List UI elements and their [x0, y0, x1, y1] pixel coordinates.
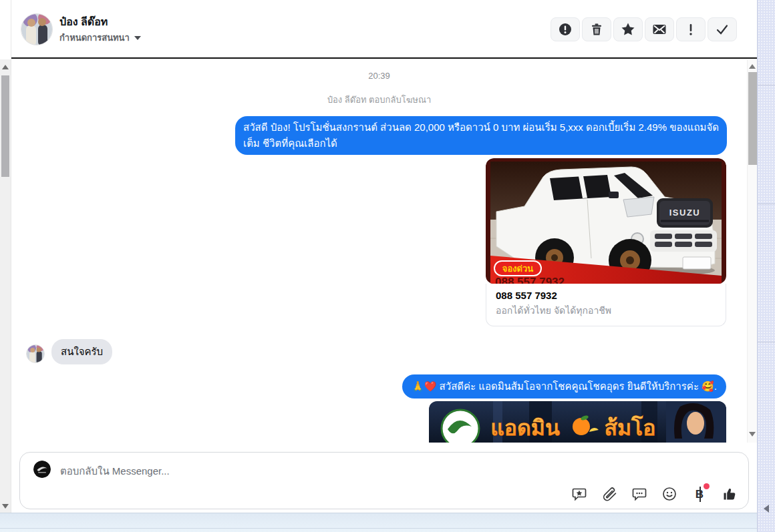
scroll-up-arrow-icon[interactable]	[2, 65, 9, 69]
conversation-header: ป๋อง ลีด๊อท กำหนดการสนทนา	[11, 0, 757, 59]
reply-composer[interactable]: ตอบกลับใน Messenger...	[19, 452, 749, 509]
admin-banner-image[interactable]: แอดมิน ส้มโอ	[429, 401, 726, 443]
delete-button[interactable]	[582, 17, 611, 41]
conversation-menu-label: กำหนดการสนทนา	[59, 31, 130, 45]
comment-icon	[631, 486, 647, 502]
card-phone-number: 088 557 7932	[496, 290, 716, 301]
saved-replies-button[interactable]	[571, 486, 587, 502]
follow-up-button[interactable]	[613, 17, 643, 41]
comment-button[interactable]	[631, 486, 647, 502]
star-icon	[621, 22, 635, 37]
chat-scrollbar-thumb[interactable]	[748, 72, 757, 165]
page-logo	[33, 461, 51, 478]
chat-scrollbar[interactable]	[747, 59, 757, 443]
contact-avatar[interactable]	[21, 13, 53, 45]
done-icon	[715, 22, 730, 37]
incoming-message-row: สนใจครับ	[26, 339, 112, 364]
important-icon	[684, 22, 698, 37]
contact-avatar-photo	[21, 14, 53, 45]
card-caption: ออกได้ทั่วไทย จัดได้ทุกอาชีพ	[496, 303, 716, 318]
incoming-message-bubble: สนใจครับ	[51, 339, 112, 364]
message-list: 20:39 ป๋อง ลีด๊อท ตอบกลับโฆษณา สวัสดี ป๋…	[11, 59, 758, 443]
chat-panel: ป๋อง ลีด๊อท กำหนดการสนทนา	[11, 0, 757, 513]
image-phone-text: 088 557 7932	[495, 276, 565, 284]
car-ad-image[interactable]: ISUZU	[486, 158, 726, 284]
outgoing-message-bubble: สวัสดี ป๋อง! โปรโมชั่นสงกรานต์ ส่วนลด 20…	[235, 116, 727, 155]
divider	[0, 528, 757, 529]
divider	[758, 204, 775, 204]
car-brand-text: ISUZU	[669, 208, 701, 218]
emoji-icon	[661, 486, 677, 502]
orange-fruit-icon	[573, 418, 590, 435]
mark-important-button[interactable]	[676, 17, 706, 41]
report-icon	[559, 23, 572, 36]
attachment-icon	[601, 486, 617, 502]
ad-reply-context: ป๋อง ลีด๊อท ตอบกลับโฆษณา	[11, 93, 747, 107]
banner-text-left: แอดมิน	[490, 416, 560, 440]
screen: ป๋อง ลีด๊อท กำหนดการสนทนา	[0, 0, 775, 532]
page-avatar	[33, 461, 51, 478]
scroll-left-arrow-icon[interactable]	[764, 505, 769, 513]
attach-file-button[interactable]	[601, 486, 617, 502]
message-input[interactable]: ตอบกลับใน Messenger...	[60, 463, 170, 479]
mark-done-button[interactable]	[708, 17, 737, 41]
admin-banner-graphic: แอดมิน ส้มโอ	[429, 401, 726, 443]
report-button[interactable]	[551, 17, 580, 41]
payment-button[interactable]: B	[691, 486, 708, 502]
thumbs-up-icon	[722, 485, 738, 503]
notification-dot	[704, 483, 710, 489]
scroll-up-arrow-icon[interactable]	[749, 64, 756, 69]
like-button[interactable]	[722, 486, 738, 502]
car-photo: ISUZU	[486, 158, 726, 284]
banner-text-right: ส้มโอ	[604, 415, 655, 440]
trash-icon	[590, 23, 603, 36]
scroll-down-arrow-icon[interactable]	[2, 504, 9, 509]
payment-icon: B	[695, 489, 704, 500]
divider	[758, 342, 775, 342]
header-actions	[551, 17, 737, 41]
booking-badge-text: จองด่วน	[502, 264, 534, 274]
outgoing-message-bubble-2: 🙏❤️ สวัสดีค่ะ แอดมินส้มโอจากโชคคูณโชคอุด…	[402, 374, 726, 398]
background-bottom-strip	[0, 513, 757, 532]
page-scrollbar-thumb[interactable]	[1, 75, 9, 177]
composer-tools: B	[571, 486, 738, 502]
page-scrollbar-left[interactable]	[0, 59, 11, 514]
mark-unread-icon	[652, 23, 667, 36]
timestamp: 20:39	[11, 71, 747, 81]
conversation-menu-dropdown[interactable]: กำหนดการสนทนา	[59, 31, 141, 45]
contact-name: ป๋อง ลีด๊อท	[59, 13, 108, 30]
emoji-button[interactable]	[661, 486, 677, 502]
contact-mini-avatar-photo	[27, 345, 45, 363]
contact-mini-avatar[interactable]	[26, 344, 45, 363]
car-ad-card: ISUZU	[486, 158, 726, 326]
card-footer: 088 557 7932 ออกได้ทั่วไทย จัดได้ทุกอาชี…	[486, 284, 726, 326]
chevron-down-icon	[134, 36, 141, 40]
mark-unread-button[interactable]	[645, 17, 674, 41]
background-page-strip	[757, 0, 775, 532]
divider	[758, 85, 775, 85]
scroll-down-arrow-icon[interactable]	[749, 432, 756, 437]
saved-replies-icon	[571, 486, 587, 502]
